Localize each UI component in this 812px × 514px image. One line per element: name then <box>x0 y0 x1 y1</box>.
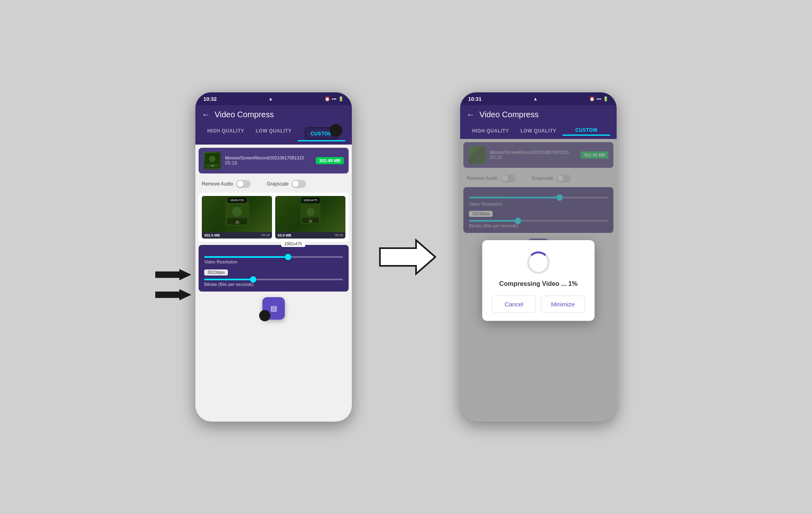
svg-marker-15 <box>380 240 435 274</box>
left-toggle-row: Remove Audio Grayscale <box>195 177 352 191</box>
right-tab-custom-underline <box>562 135 610 136</box>
dialog-overlay: Compressing Video ... 1% Cancel Minimize <box>460 139 617 422</box>
right-status-icons: ⏰ ▪▪▪ 🔋 <box>589 96 609 102</box>
left-app-header: ← Video Compress <box>195 105 352 124</box>
svg-point-4 <box>209 156 215 162</box>
left-remove-audio-toggle[interactable] <box>236 180 251 188</box>
left-file-duration: 05:18 <box>225 160 312 166</box>
left-grayscale-toggle[interactable] <box>292 180 306 188</box>
left-remove-audio-knob <box>237 181 244 187</box>
left-file-size: 302.49 MB <box>316 157 344 164</box>
left-phone-wrapper: 10:32 ▲ ⏰ ▪▪▪ 🔋 ← Video Compress HIGH QU… <box>195 92 352 422</box>
left-phone-content: 🏰 Movies/ScreenRecord/20210817081315 05:… <box>195 145 352 422</box>
svg-text:🏰: 🏰 <box>309 218 313 222</box>
left-bitrate-badge: 3022kbps <box>204 269 228 275</box>
svg-point-12 <box>307 208 315 216</box>
dialog-title: Compressing Video ... 1% <box>492 280 585 288</box>
left-resolution-track <box>204 256 343 258</box>
right-arrow <box>376 237 436 277</box>
left-grayscale-knob <box>292 181 299 187</box>
left-video-compressed: 1082x475 🏰 53.0 MB 05:18 <box>275 196 345 239</box>
left-status-bar: 10:32 ▲ ⏰ ▪▪▪ 🔋 <box>195 92 352 105</box>
custom-tab-dot <box>329 124 342 137</box>
svg-marker-0 <box>155 269 191 280</box>
right-status-warning: ▲ <box>533 96 538 101</box>
left-status-time: 10:32 <box>203 96 217 102</box>
right-tab-custom-wrapper: CUSTOM <box>562 124 610 139</box>
left-file-thumb: 🏰 <box>203 152 221 169</box>
left-status-icons: ⏰ ▪▪▪ 🔋 <box>325 96 344 102</box>
left-tabs: HIGH QUALITY LOW QUALITY CUSTOM <box>195 124 352 145</box>
left-bitrate-slider-container: 3022kbps Bitrate (Bits per seconds) <box>204 268 343 287</box>
left-compressed-res-badge: 1082x475 <box>301 198 319 203</box>
right-tab-custom-label[interactable]: CUSTOM <box>562 127 610 133</box>
svg-marker-1 <box>155 289 191 300</box>
right-arrow-container <box>376 237 436 277</box>
arrow-indicator-2 <box>155 289 191 300</box>
left-remove-audio-item: Remove Audio <box>202 180 251 188</box>
right-app-title: Video Compress <box>479 110 538 119</box>
dialog-cancel-button[interactable]: Cancel <box>492 296 536 313</box>
left-fab-wrapper: ▤ <box>262 297 285 320</box>
right-back-button[interactable]: ← <box>467 110 475 119</box>
left-video-compare: 1640x720 🏰 302.5 MB 05:18 <box>199 193 349 242</box>
dialog-spinner <box>527 251 550 274</box>
right-status-bar: 10:31 ▲ ⏰ ▪▪▪ 🔋 <box>460 92 617 105</box>
left-resolution-badge: 1082x475 <box>281 241 305 247</box>
left-bitrate-track <box>204 279 343 280</box>
left-resolution-label: Video Resolution <box>204 259 343 264</box>
left-compressed-meta: 53.0 MB 05:18 <box>275 232 345 239</box>
left-controls-panel: 1082x475 Video Resolution 3022kbps <box>199 245 349 292</box>
left-resolution-thumb[interactable] <box>285 254 291 260</box>
left-tab-custom-box[interactable]: CUSTOM <box>305 127 338 139</box>
arrow-indicator-1 <box>155 269 191 280</box>
left-bitrate-fill <box>204 279 253 280</box>
left-compressed-size: 53.0 MB <box>278 233 291 237</box>
dialog-buttons: Cancel Minimize <box>492 296 585 313</box>
left-file-info: 🏰 Movies/ScreenRecord/20210817081315 05:… <box>199 148 349 173</box>
left-grayscale-item: Grayscale <box>267 180 306 188</box>
left-compressed-dur: 05:18 <box>335 233 343 237</box>
left-original-res-badge: 1640x720 <box>228 198 246 203</box>
left-resolution-fill <box>204 256 288 258</box>
right-app-header: ← Video Compress <box>460 105 617 124</box>
svg-text:🏰: 🏰 <box>211 164 214 167</box>
left-original-meta: 302.5 MB 05:18 <box>202 232 272 239</box>
left-fab-dot <box>259 310 270 321</box>
svg-text:🏰: 🏰 <box>235 219 240 224</box>
left-bitrate-label: Bitrate (Bits per seconds) <box>204 282 343 287</box>
left-fab-icon: ▤ <box>270 304 277 313</box>
left-thumb-image: 🏰 <box>203 152 221 169</box>
left-tab-high-quality[interactable]: HIGH QUALITY <box>202 124 250 145</box>
left-tab-custom-wrapper: CUSTOM <box>298 124 345 145</box>
left-status-warning: ▲ <box>268 96 273 101</box>
left-original-dur: 05:18 <box>262 233 270 237</box>
left-fab-area: ▤ <box>195 293 352 324</box>
left-original-size: 302.5 MB <box>204 233 220 237</box>
left-video-original: 1640x720 🏰 302.5 MB 05:18 <box>202 196 272 239</box>
left-file-path: Movies/ScreenRecord/20210817081315 <box>225 155 312 160</box>
left-tab-custom-underline <box>298 140 345 141</box>
left-remove-audio-label: Remove Audio <box>202 181 233 187</box>
right-status-time: 10:31 <box>468 96 481 102</box>
right-phone-content: Movies/ScreenRecord/20210817081315 05:18… <box>460 139 617 422</box>
left-grayscale-label: Grayscale <box>267 181 288 187</box>
compress-dialog: Compressing Video ... 1% Cancel Minimize <box>482 240 595 321</box>
left-file-details: Movies/ScreenRecord/20210817081315 05:18 <box>225 155 312 166</box>
main-container: 10:32 ▲ ⏰ ▪▪▪ 🔋 ← Video Compress HIGH QU… <box>0 0 812 514</box>
right-tabs: HIGH QUALITY LOW QUALITY CUSTOM <box>460 124 617 139</box>
left-resolution-slider-container: Video Resolution <box>204 256 343 264</box>
left-tab-low-quality[interactable]: LOW QUALITY <box>250 124 297 145</box>
left-phone: 10:32 ▲ ⏰ ▪▪▪ 🔋 ← Video Compress HIGH QU… <box>195 92 352 422</box>
svg-point-8 <box>232 207 242 216</box>
right-phone: 10:31 ▲ ⏰ ▪▪▪ 🔋 ← Video Compress HIGH QU… <box>460 92 617 422</box>
left-app-title: Video Compress <box>215 110 274 119</box>
right-tab-high-quality[interactable]: HIGH QUALITY <box>467 124 514 139</box>
right-tab-low-quality[interactable]: LOW QUALITY <box>514 124 562 139</box>
dialog-minimize-button[interactable]: Minimize <box>541 296 585 313</box>
left-back-button[interactable]: ← <box>202 110 210 119</box>
